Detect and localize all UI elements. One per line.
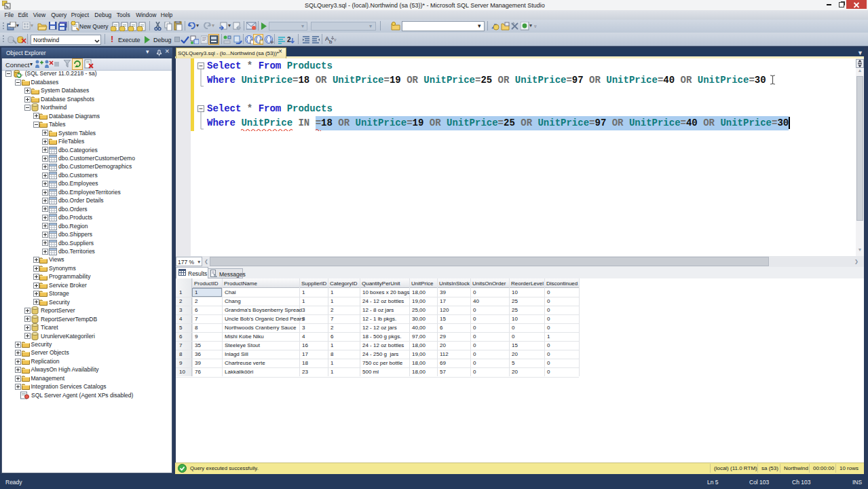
svg-text:b: b — [329, 39, 333, 44]
svg-text:2: 2 — [287, 36, 291, 43]
